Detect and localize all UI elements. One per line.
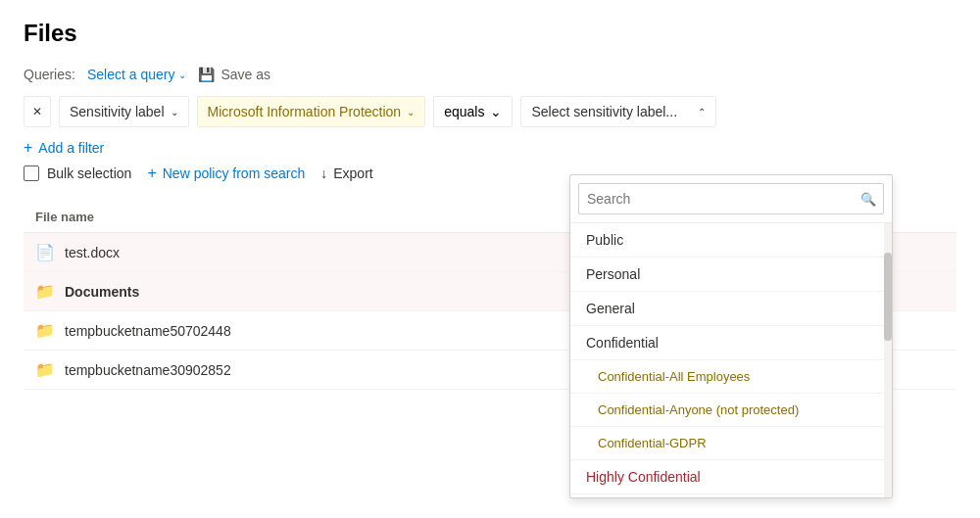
queries-label: Queries: [24,67,75,82]
scrollbar-thumb[interactable] [884,253,892,341]
page-title: Files [24,20,956,47]
list-item[interactable]: Confidential-Anyone (not protected) [570,394,892,427]
list-item[interactable]: Personal [570,258,892,292]
export-button[interactable]: ↓ Export [320,165,372,181]
save-as-button[interactable]: 💾 Save as [198,67,270,82]
new-policy-button[interactable]: + New policy from search [147,165,305,182]
list-item[interactable]: General [570,292,892,326]
export-icon: ↓ [320,165,327,181]
bulk-selection-button[interactable]: Bulk selection [24,165,131,181]
file-icon: 📄 [35,243,55,261]
sensitivity-label-filter[interactable]: Sensitivity label ⌄ [59,96,189,127]
scrollbar-track[interactable] [884,223,892,497]
chevron-down-icon: ⌄ [171,107,178,118]
operator-filter[interactable]: equals ⌄ [433,96,513,127]
folder-icon: 📁 [35,321,55,340]
list-item[interactable]: Highly Confidential [570,460,892,494]
select-query-button[interactable]: Select a query ⌄ [87,67,187,82]
queries-bar: Queries: Select a query ⌄ 💾 Save as [24,67,956,82]
search-icon: 🔍 [860,192,876,207]
close-icon: ✕ [32,105,42,118]
sensitivity-dropdown-panel: 🔍 Public Personal General Confidential C… [569,174,893,498]
dropdown-list: Public Personal General Confidential Con… [570,223,892,497]
list-item[interactable]: Confidential-All Employees [570,360,892,394]
dropdown-search-container: 🔍 [570,175,892,223]
list-item[interactable]: Confidential-GDPR [570,427,892,460]
checkbox-icon [24,165,39,181]
folder-icon: 📁 [35,282,55,301]
mip-filter[interactable]: Microsoft Information Protection ⌄ [197,96,426,127]
dropdown-search-input[interactable] [578,183,884,214]
folder-icon: 📁 [35,360,55,379]
filter-close-button[interactable]: ✕ [24,96,51,127]
list-item[interactable]: Confidential [570,326,892,360]
chevron-up-icon: ⌃ [698,107,706,118]
list-item[interactable]: Public [570,223,892,258]
chevron-down-icon: ⌄ [178,70,186,80]
save-icon: 💾 [198,67,215,82]
list-item[interactable]: Highly Confidential-All Employees [570,494,892,497]
chevron-down-icon: ⌄ [407,107,415,118]
plus-icon: + [24,139,32,157]
chevron-down-icon: ⌄ [490,104,502,119]
sensitivity-value-dropdown[interactable]: Select sensitivity label... ⌃ [520,96,716,127]
add-filter-button[interactable]: + Add a filter [24,139,104,157]
plus-icon: + [147,165,156,182]
filter-row: ✕ Sensitivity label ⌄ Microsoft Informat… [24,96,956,127]
